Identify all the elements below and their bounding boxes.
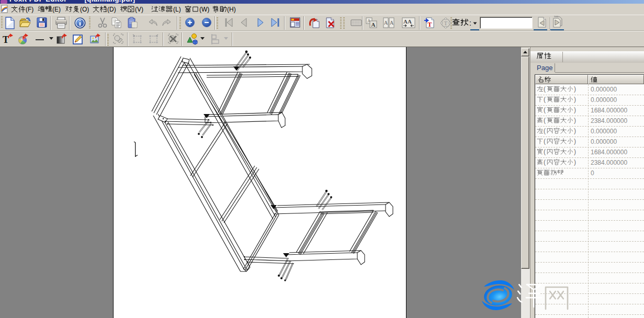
svg-text:A: A bbox=[390, 20, 394, 26]
svg-text:(: ( bbox=[544, 85, 546, 93]
svg-text:AA: AA bbox=[403, 18, 412, 25]
svg-text:): ) bbox=[574, 106, 576, 113]
svg-text:): ) bbox=[574, 117, 576, 124]
svg-text:T: T bbox=[3, 35, 9, 45]
svg-text:): ) bbox=[574, 85, 576, 93]
svg-text:(: ( bbox=[544, 148, 546, 155]
svg-text:): ) bbox=[574, 127, 576, 134]
svg-text:(: ( bbox=[544, 127, 546, 134]
svg-text:): ) bbox=[574, 148, 576, 155]
svg-text:(: ( bbox=[544, 117, 546, 124]
svg-text:(: ( bbox=[544, 138, 546, 145]
svg-text:T: T bbox=[427, 20, 432, 28]
svg-text:): ) bbox=[574, 96, 576, 103]
svg-text:A: A bbox=[371, 21, 376, 28]
svg-text:(: ( bbox=[544, 96, 546, 103]
svg-text:(: ( bbox=[544, 158, 546, 166]
svg-text:): ) bbox=[574, 138, 576, 145]
svg-text:T: T bbox=[444, 20, 448, 26]
svg-text:A: A bbox=[384, 20, 388, 26]
svg-text:): ) bbox=[574, 158, 576, 166]
svg-text:(: ( bbox=[544, 106, 546, 113]
